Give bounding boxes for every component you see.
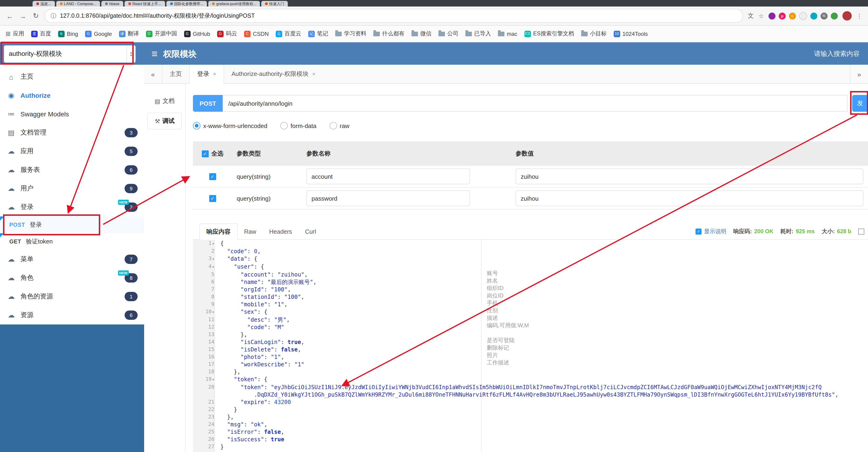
fold-caret-icon[interactable]: ▾ bbox=[212, 242, 214, 246]
sidebar-api-login-post[interactable]: POST登录 bbox=[0, 217, 144, 233]
bookmark-item[interactable]: 什么都有 bbox=[373, 30, 404, 38]
show-description-checkbox[interactable]: ✓ bbox=[696, 228, 702, 234]
bookmark-item[interactable]: CCSDN bbox=[244, 30, 269, 37]
count-badge: 1 bbox=[125, 292, 137, 301]
browser-tab[interactable]: 快速入门 bbox=[261, 1, 288, 6]
fold-caret-icon[interactable]: ▾ bbox=[212, 257, 214, 261]
response-editor[interactable]: 1▾{2 "code": 0,3▾ "data": {4▾ "user": {5… bbox=[193, 240, 868, 452]
forward-icon[interactable]: → bbox=[19, 12, 27, 20]
response-tab-Raw[interactable]: Raw bbox=[238, 223, 263, 239]
response-tab-Curl[interactable]: Curl bbox=[299, 223, 323, 239]
module-select[interactable]: authority-权限模块 ▲▼ bbox=[4, 45, 136, 63]
browser-tab[interactable]: grafana-push使用教程... bbox=[209, 1, 260, 6]
browser-tab[interactable]: 国际化参数携带... bbox=[166, 1, 207, 6]
bookmark-item[interactable]: O开源中国 bbox=[146, 30, 177, 38]
sidebar-item-authorize[interactable]: ◉Authorize bbox=[0, 86, 144, 105]
content-type-radio-x-www-form-urlencoded[interactable]: x-www-form-urlencoded bbox=[193, 122, 267, 130]
sidebar-item-app[interactable]: ☁应用5 bbox=[0, 142, 144, 161]
subnav-doc[interactable]: ▤文档 bbox=[148, 93, 181, 109]
sidebar-item-resource[interactable]: ☁资源6 bbox=[0, 306, 144, 324]
response-tab-Headers[interactable]: Headers bbox=[263, 223, 299, 239]
endpoint-url-input[interactable]: /api/authority/anno/login bbox=[223, 95, 847, 112]
sidebar-item-swagger-models[interactable]: ≔Swagger Models bbox=[0, 105, 144, 123]
browser-menu-icon[interactable]: ⋮ bbox=[857, 12, 862, 19]
sidebar-item-role-resource[interactable]: ☁角色的资源1 bbox=[0, 287, 144, 306]
fullscreen-icon[interactable] bbox=[858, 228, 864, 234]
subnav-label: 文档 bbox=[162, 97, 175, 105]
param-name-input[interactable]: password bbox=[306, 190, 470, 206]
bookmark-item[interactable]: 小目标 bbox=[581, 30, 607, 38]
browser-tab[interactable]: 温故... bbox=[33, 1, 55, 6]
content-type-radio-form-data[interactable]: form-data bbox=[280, 122, 316, 130]
sidebar-item-home[interactable]: ⌂主页 bbox=[0, 67, 144, 86]
bookmark-item[interactable]: mac bbox=[498, 30, 517, 37]
doc-tab-authorize[interactable]: Authorize-authority-权限模块× bbox=[224, 65, 323, 83]
expand-tabs-icon[interactable]: » bbox=[850, 65, 868, 83]
translate-icon[interactable]: 文 bbox=[748, 12, 754, 20]
extension-icon[interactable] bbox=[769, 12, 775, 19]
bookmark-item[interactable]: bBing bbox=[58, 30, 78, 37]
extension-icon[interactable] bbox=[799, 12, 807, 20]
bookmark-star-icon[interactable]: ☆ bbox=[758, 12, 764, 19]
page-info-icon[interactable]: ⓘ bbox=[51, 12, 56, 20]
profile-avatar[interactable] bbox=[842, 11, 852, 21]
bookmark-item[interactable]: 公司 bbox=[438, 30, 458, 38]
browser-tab[interactable]: hbase bbox=[101, 1, 123, 6]
response-tab-响应内容[interactable]: 响应内容 bbox=[199, 223, 238, 240]
bookmark-label: 微信 bbox=[420, 30, 431, 38]
extension-icon[interactable]: 站 bbox=[820, 12, 828, 19]
bookmark-item[interactable]: 译翻译 bbox=[119, 30, 139, 38]
bookmark-item[interactable]: 已导入 bbox=[465, 30, 491, 38]
bookmark-item[interactable]: GGitHub bbox=[184, 30, 210, 37]
close-tab-icon[interactable]: × bbox=[312, 71, 315, 77]
browser-tab[interactable]: React 快速上手... bbox=[125, 1, 165, 6]
param-value-input[interactable]: zuihou bbox=[516, 190, 863, 206]
fold-caret-icon[interactable]: ▾ bbox=[212, 265, 214, 269]
radio-dot-icon bbox=[193, 122, 200, 130]
reload-icon[interactable]: ↻ bbox=[32, 12, 40, 20]
sidebar-item-user[interactable]: ☁用户9 bbox=[0, 179, 144, 198]
bookmark-item[interactable]: GGoogle bbox=[85, 30, 112, 37]
doc-tab-home[interactable]: 主页 bbox=[162, 65, 189, 83]
back-icon[interactable]: ← bbox=[6, 12, 14, 20]
fold-caret-icon[interactable]: ▾ bbox=[212, 377, 214, 382]
extension-icon[interactable]: jp bbox=[779, 12, 786, 19]
sidebar-item-service[interactable]: ☁服务表6 bbox=[0, 161, 144, 179]
param-name-input[interactable]: account bbox=[306, 169, 470, 184]
param-checkbox[interactable]: ✓ bbox=[209, 195, 216, 202]
bookmark-item[interactable]: ⊞应用 bbox=[6, 30, 24, 38]
param-value-input[interactable]: zuihou bbox=[516, 169, 863, 184]
bookmark-item[interactable]: 101024Tools bbox=[614, 30, 648, 37]
sidebar-api-verify-token-get[interactable]: GET验证token bbox=[0, 233, 144, 250]
line-number: 20 bbox=[193, 384, 217, 398]
fold-caret-icon[interactable]: ▾ bbox=[212, 310, 214, 314]
address-bar[interactable]: ⓘ 127.0.0.1:8760/api/gate/doc.html#/auth… bbox=[44, 9, 743, 23]
content-type-radio-raw[interactable]: raw bbox=[330, 122, 349, 130]
line-number: 14 bbox=[193, 338, 217, 346]
bookmark-item[interactable]: 云百度云 bbox=[276, 30, 301, 38]
close-tab-icon[interactable]: × bbox=[213, 71, 216, 77]
browser-tab[interactable]: LAND - Compose... bbox=[56, 1, 100, 6]
bookmark-item[interactable]: 度百度 bbox=[31, 30, 51, 38]
bookmark-item[interactable]: 学习资料 bbox=[335, 30, 366, 38]
doc-tab-login[interactable]: 登录× bbox=[189, 65, 224, 84]
bookmark-item[interactable]: G码云 bbox=[217, 30, 237, 38]
header-search-input[interactable]: 请输入搜索内容 bbox=[814, 50, 860, 58]
sidebar-item-doc-manage[interactable]: ▤文档管理3 bbox=[0, 123, 144, 142]
send-button[interactable]: 发 bbox=[852, 95, 868, 112]
extension-icon[interactable] bbox=[810, 12, 817, 19]
collapse-tabs-icon[interactable]: « bbox=[144, 65, 162, 83]
param-checkbox[interactable]: ✓ bbox=[209, 173, 216, 180]
extension-icon[interactable]: G bbox=[789, 12, 796, 19]
bookmark-item[interactable]: 微信 bbox=[411, 30, 431, 38]
extension-icon[interactable] bbox=[831, 12, 838, 19]
bookmark-item[interactable]: 记笔记 bbox=[308, 30, 328, 38]
sidebar-item-login[interactable]: ☁登录NEW2 bbox=[0, 198, 144, 217]
sidebar-item-menu[interactable]: ☁菜单7 bbox=[0, 250, 144, 269]
subnav-debug[interactable]: ⚒调试 bbox=[147, 113, 182, 130]
editor-line: 12 "code": "M" bbox=[193, 323, 868, 331]
menu-toggle-icon[interactable]: ≡ bbox=[152, 49, 158, 59]
sidebar-item-role[interactable]: ☁角色NEW8 bbox=[0, 269, 144, 287]
bookmark-item[interactable]: ESES搜索引擎文档 bbox=[524, 30, 574, 38]
select-all-checkbox[interactable]: ✓ bbox=[202, 150, 209, 157]
